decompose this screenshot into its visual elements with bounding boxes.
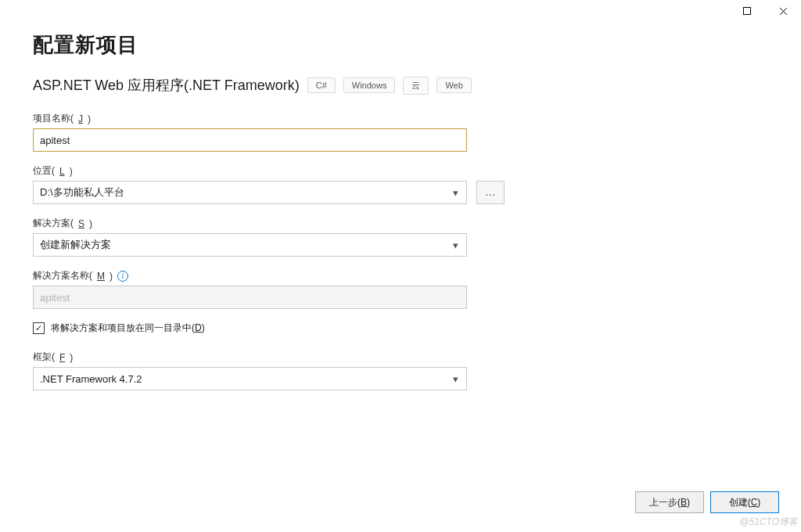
- chevron-down-icon: ▾: [447, 187, 463, 199]
- chevron-down-icon: ▾: [447, 373, 463, 385]
- svg-rect-0: [744, 8, 751, 15]
- location-label: 位置(L): [33, 164, 768, 178]
- template-tag: 云: [403, 77, 429, 95]
- template-tag: C#: [307, 77, 336, 93]
- template-tag: Web: [436, 77, 471, 93]
- solution-name-label: 解决方案名称(M) i: [33, 269, 768, 282]
- framework-select[interactable]: .NET Framework 4.7.2 ▾: [33, 367, 467, 390]
- chevron-down-icon: ▾: [447, 239, 463, 251]
- solution-select[interactable]: 创建新解决方案 ▾: [33, 233, 467, 257]
- watermark: @51CTO博客: [739, 516, 798, 529]
- same-directory-checkbox[interactable]: [33, 322, 45, 334]
- back-button[interactable]: 上一步(B): [635, 491, 704, 513]
- location-select[interactable]: D:\多功能私人平台 ▾: [33, 181, 467, 204]
- framework-label: 框架(F): [33, 350, 768, 364]
- info-icon[interactable]: i: [117, 271, 128, 282]
- close-icon: [779, 7, 788, 16]
- project-name-label: 项目名称(J): [33, 112, 768, 125]
- browse-button[interactable]: ...: [476, 181, 505, 204]
- project-name-input[interactable]: apitest: [33, 128, 467, 152]
- window-close-button[interactable]: [765, 0, 801, 22]
- solution-name-input: apitest: [33, 286, 467, 309]
- window-maximize-button[interactable]: [729, 0, 765, 22]
- same-directory-label: 将解决方案和项目放在同一目录中(D): [51, 322, 205, 335]
- maximize-icon: [743, 7, 751, 15]
- create-button[interactable]: 创建(C): [710, 491, 779, 513]
- page-title: 配置新项目: [33, 31, 768, 59]
- template-tag: Windows: [343, 77, 396, 93]
- template-name: ASP.NET Web 应用程序(.NET Framework): [33, 76, 300, 95]
- solution-label: 解决方案(S): [33, 217, 768, 230]
